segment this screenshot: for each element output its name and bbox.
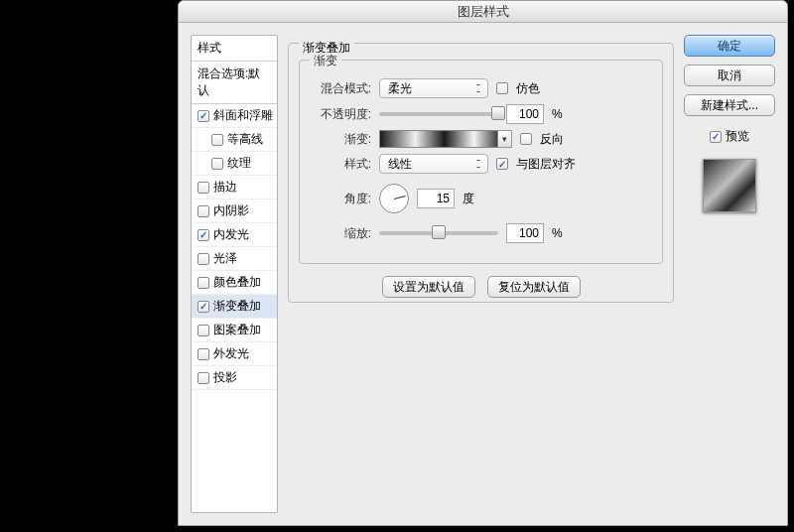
- sidebar-item-10[interactable]: 外发光: [192, 342, 277, 366]
- cancel-button[interactable]: 取消: [684, 65, 775, 86]
- sidebar-label-5: 内发光: [213, 226, 249, 243]
- sidebar-item-11[interactable]: 投影: [192, 366, 277, 390]
- sidebar-label-1: 等高线: [227, 131, 263, 148]
- window-title: 图层样式: [179, 1, 787, 23]
- opacity-thumb[interactable]: [491, 106, 505, 120]
- scale-slider[interactable]: [379, 231, 498, 235]
- sidebar-label-8: 渐变叠加: [213, 298, 261, 315]
- gradient-group: 渐变 混合模式: 柔光 仿色 不透明度: %: [299, 60, 663, 264]
- sidebar-item-1[interactable]: 等高线: [192, 128, 277, 152]
- sidebar-item-5[interactable]: 内发光: [192, 223, 277, 247]
- sidebar-checkbox-9[interactable]: [198, 325, 209, 336]
- blend-mode-select[interactable]: 柔光: [379, 78, 488, 98]
- reverse-label: 反向: [540, 131, 564, 148]
- angle-dial[interactable]: [379, 184, 409, 213]
- sidebar-item-0[interactable]: 斜面和浮雕: [192, 104, 277, 128]
- opacity-slider[interactable]: [379, 112, 498, 116]
- sidebar-checkbox-0[interactable]: [198, 110, 209, 122]
- sidebar-checkbox-6[interactable]: [198, 253, 209, 265]
- sidebar-blend-options[interactable]: 混合选项:默认: [192, 62, 277, 104]
- scale-label: 缩放:: [314, 225, 371, 242]
- reset-default-button[interactable]: 复位为默认值: [487, 276, 581, 298]
- sidebar-item-8[interactable]: 渐变叠加: [192, 295, 277, 319]
- style-label: 样式:: [314, 156, 371, 173]
- sidebar-item-9[interactable]: 图案叠加: [192, 319, 277, 342]
- sidebar-checkbox-7[interactable]: [198, 277, 209, 289]
- dither-label: 仿色: [516, 80, 540, 97]
- sidebar-label-0: 斜面和浮雕: [213, 107, 273, 124]
- preview-label: 预览: [726, 128, 749, 145]
- angle-deg: 度: [463, 191, 474, 207]
- sidebar-checkbox-1[interactable]: [211, 134, 223, 146]
- angle-label: 角度:: [314, 191, 371, 207]
- dialog-body: 样式 混合选项:默认 斜面和浮雕等高线纹理描边内阴影内发光光泽颜色叠加渐变叠加图…: [179, 23, 787, 525]
- gradient-picker[interactable]: [379, 130, 498, 148]
- style-select[interactable]: 线性: [379, 154, 488, 174]
- sidebar-label-9: 图案叠加: [213, 322, 261, 338]
- main-panel: 渐变叠加 渐变 混合模式: 柔光 仿色 不透明度:: [288, 35, 674, 513]
- sidebar-item-6[interactable]: 光泽: [192, 247, 277, 271]
- ok-button[interactable]: 确定: [684, 35, 775, 57]
- opacity-input[interactable]: [506, 104, 544, 124]
- sidebar-checkbox-11[interactable]: [198, 372, 209, 384]
- preview-swatch: [703, 159, 756, 212]
- styles-sidebar: 样式 混合选项:默认 斜面和浮雕等高线纹理描边内阴影内发光光泽颜色叠加渐变叠加图…: [191, 35, 278, 513]
- sidebar-label-4: 内阴影: [213, 202, 249, 219]
- layer-style-dialog: 图层样式 样式 混合选项:默认 斜面和浮雕等高线纹理描边内阴影内发光光泽颜色叠加…: [178, 0, 788, 526]
- reverse-checkbox[interactable]: [520, 133, 532, 145]
- blend-mode-label: 混合模式:: [314, 80, 371, 97]
- opacity-label: 不透明度:: [314, 106, 371, 123]
- sidebar-item-2[interactable]: 纹理: [192, 152, 277, 176]
- new-style-button[interactable]: 新建样式...: [684, 94, 775, 116]
- sidebar-checkbox-8[interactable]: [198, 301, 209, 313]
- scale-pct: %: [552, 226, 563, 240]
- sidebar-label-2: 纹理: [227, 155, 251, 172]
- right-column: 确定 取消 新建样式... 预览: [684, 35, 775, 513]
- preview-checkbox[interactable]: [710, 131, 722, 143]
- sidebar-checkbox-3[interactable]: [198, 182, 209, 194]
- gradient-label: 渐变:: [314, 131, 371, 148]
- sidebar-label-10: 外发光: [213, 345, 249, 362]
- sidebar-checkbox-5[interactable]: [198, 229, 209, 241]
- sidebar-item-4[interactable]: 内阴影: [192, 200, 277, 223]
- align-checkbox[interactable]: [496, 158, 508, 170]
- sidebar-label-3: 描边: [213, 179, 237, 196]
- sidebar-header[interactable]: 样式: [192, 36, 277, 62]
- sidebar-label-6: 光泽: [213, 250, 237, 267]
- sidebar-checkbox-2[interactable]: [211, 158, 223, 170]
- scale-thumb[interactable]: [432, 225, 446, 239]
- dither-checkbox[interactable]: [496, 82, 508, 94]
- sidebar-label-11: 投影: [213, 369, 237, 386]
- opacity-pct: %: [552, 107, 563, 121]
- sidebar-checkbox-4[interactable]: [198, 205, 209, 217]
- sidebar-checkbox-10[interactable]: [198, 348, 209, 360]
- scale-input[interactable]: [506, 223, 544, 243]
- angle-input[interactable]: [417, 189, 455, 208]
- gradient-overlay-group: 渐变叠加 渐变 混合模式: 柔光 仿色 不透明度:: [288, 43, 674, 303]
- sidebar-item-3[interactable]: 描边: [192, 176, 277, 200]
- sidebar-label-7: 颜色叠加: [213, 274, 261, 291]
- sidebar-item-7[interactable]: 颜色叠加: [192, 271, 277, 295]
- gradient-dropdown-icon[interactable]: [498, 130, 512, 148]
- set-default-button[interactable]: 设置为默认值: [382, 276, 475, 298]
- align-label: 与图层对齐: [516, 156, 576, 173]
- group-title: 渐变: [310, 53, 341, 69]
